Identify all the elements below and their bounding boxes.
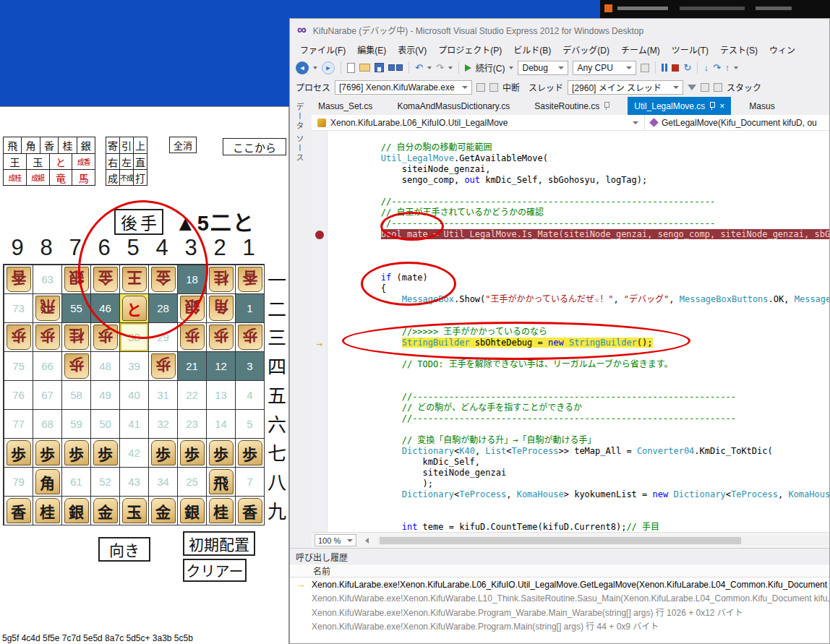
board-cell[interactable]: 75 <box>4 352 33 381</box>
board-cell[interactable]: 12 <box>207 352 236 381</box>
palette-piece[interactable]: 竜 <box>50 170 73 185</box>
board-cell[interactable]: 59 <box>62 410 91 439</box>
board-cell[interactable]: 55 <box>62 294 91 323</box>
board-cell[interactable]: 29 <box>149 323 178 352</box>
board-cell[interactable]: 歩 <box>236 439 265 468</box>
board-cell[interactable]: 61 <box>62 468 91 497</box>
board-cell[interactable]: 桂 <box>207 497 236 525</box>
board-cell[interactable]: 香 <box>4 497 33 525</box>
filter-icon[interactable] <box>688 85 696 90</box>
board-cell[interactable]: 28 <box>149 294 178 323</box>
board-cell[interactable]: 金 <box>91 265 120 294</box>
tool-icon[interactable] <box>641 64 649 72</box>
toolbar-icon[interactable] <box>714 83 722 92</box>
from-here-button[interactable]: ここから <box>223 138 286 155</box>
tab-pin-icon[interactable] <box>709 102 715 111</box>
board-cell[interactable]: と <box>120 294 149 323</box>
tab-util-legalmove-cs[interactable]: Util_LegalMove.cs× <box>628 97 731 115</box>
board-cell[interactable]: 58 <box>62 381 91 410</box>
palette-action[interactable]: 直 <box>134 154 147 169</box>
board-cell[interactable]: 41 <box>120 410 149 439</box>
board-cell[interactable]: 歩 <box>4 323 33 352</box>
save-all-icon[interactable] <box>388 64 403 71</box>
palette-action[interactable]: 上 <box>134 137 147 153</box>
board-cell[interactable]: 76 <box>4 381 33 410</box>
open-file-icon[interactable] <box>359 64 370 72</box>
board-cell[interactable]: 7 <box>236 468 265 497</box>
break-button[interactable]: 中断 <box>502 81 520 93</box>
board-cell[interactable]: 38 <box>120 323 149 352</box>
palette-piece[interactable]: 角 <box>22 137 40 153</box>
palette-piece[interactable]: 飛 <box>4 137 22 153</box>
thread-select[interactable]: [2960] メイン スレッド <box>568 80 683 95</box>
board-cell[interactable]: 66 <box>33 352 62 381</box>
board-cell[interactable]: 48 <box>91 352 120 381</box>
board-cell[interactable]: 香 <box>4 265 33 294</box>
board-cell[interactable]: 4 <box>236 381 265 410</box>
configuration-select[interactable]: Debug <box>518 61 568 75</box>
board-cell[interactable]: 歩 <box>207 439 236 468</box>
board-cell[interactable]: 銀 <box>178 294 207 323</box>
stop-debug-icon[interactable] <box>672 64 679 72</box>
scroll-left-button[interactable] <box>361 535 372 546</box>
board-cell[interactable]: 歩 <box>149 352 178 381</box>
board-cell[interactable]: 角 <box>33 468 62 497</box>
turn-indicator[interactable]: 後手 <box>114 209 163 235</box>
board-cell[interactable]: 14 <box>207 410 236 439</box>
palette-piece[interactable]: 玉 <box>27 154 50 169</box>
palette-action[interactable]: 成 <box>106 170 120 185</box>
board-cell[interactable]: 73 <box>4 294 33 323</box>
initial-position-button[interactable]: 初期配置 <box>183 531 255 556</box>
navigate-back-icon[interactable]: ◄ <box>296 61 309 74</box>
menu-item-9[interactable]: ウィン <box>763 43 801 56</box>
code-content[interactable]: // 自分の駒の移動可能範囲 Util_LegalMove.GetAvailab… <box>328 131 829 532</box>
board-cell[interactable]: 香 <box>236 497 265 525</box>
board-cell[interactable]: 歩 <box>4 439 33 468</box>
undo-icon[interactable]: ↶ <box>415 63 423 72</box>
board-cell[interactable]: 歩 <box>178 323 207 352</box>
toolbar-icon[interactable] <box>476 83 485 92</box>
menu-item-3[interactable]: プロジェクト(P) <box>432 43 508 56</box>
board-cell[interactable]: 銀 <box>62 497 91 525</box>
board-cell[interactable]: 31 <box>149 381 178 410</box>
clear-button[interactable]: クリアー <box>183 559 247 582</box>
data-sources-tab[interactable]: データ ソース <box>294 103 305 163</box>
board-cell[interactable]: 飛 <box>33 294 62 323</box>
save-icon[interactable] <box>375 63 384 72</box>
step-out-icon[interactable]: ↑ <box>725 63 730 72</box>
palette-action[interactable]: 引 <box>120 137 134 153</box>
board-cell[interactable]: 23 <box>178 410 207 439</box>
menu-item-8[interactable]: テスト(S) <box>714 43 763 56</box>
board-cell[interactable]: 49 <box>91 381 120 410</box>
palette-action[interactable]: 右 <box>106 154 120 169</box>
board-cell[interactable]: 金 <box>149 265 178 294</box>
breadcrumb-member[interactable]: GetLegalMove(Kifu_Document kifuD, ou <box>645 115 829 130</box>
navigate-forward-icon[interactable]: ► <box>322 61 335 74</box>
board-cell[interactable]: 68 <box>33 410 62 439</box>
pause-icon[interactable] <box>662 64 667 72</box>
board-cell[interactable]: 歩 <box>236 323 265 352</box>
board-cell[interactable]: 34 <box>149 468 178 497</box>
toolbar-icon[interactable] <box>489 83 498 92</box>
board-cell[interactable]: 玉 <box>120 497 149 525</box>
board-cell[interactable]: 79 <box>4 468 33 497</box>
board-cell[interactable]: 香 <box>236 265 265 294</box>
board-cell[interactable]: 桂 <box>207 265 236 294</box>
board-cell[interactable]: 金 <box>149 497 178 525</box>
step-over-icon[interactable]: ↷ <box>713 63 721 72</box>
board-cell[interactable]: 歩 <box>149 439 178 468</box>
board-cell[interactable]: 3 <box>236 352 265 381</box>
menu-item-6[interactable]: チーム(M) <box>615 43 666 56</box>
board-cell[interactable]: 63 <box>33 265 62 294</box>
process-select[interactable]: [7696] Xenon.KifuWarabe.exe <box>335 80 472 95</box>
callstack-frame[interactable]: →Xenon.KifuLarabe.exe!Xenon.KifuLarabe.L… <box>290 578 829 591</box>
menu-item-2[interactable]: 表示(V) <box>392 43 432 56</box>
board-cell[interactable]: 歩 <box>62 352 91 381</box>
platform-select[interactable]: Any CPU <box>573 61 636 75</box>
clear-all-button[interactable]: 全消 <box>169 137 197 153</box>
continue-button[interactable]: 続行(C) <box>476 61 505 74</box>
palette-piece[interactable]: 桂 <box>59 137 77 153</box>
palette-piece[interactable]: 香 <box>40 137 59 153</box>
step-into-icon[interactable]: ↓ <box>703 63 709 72</box>
board-cell[interactable]: 桂 <box>62 323 91 352</box>
